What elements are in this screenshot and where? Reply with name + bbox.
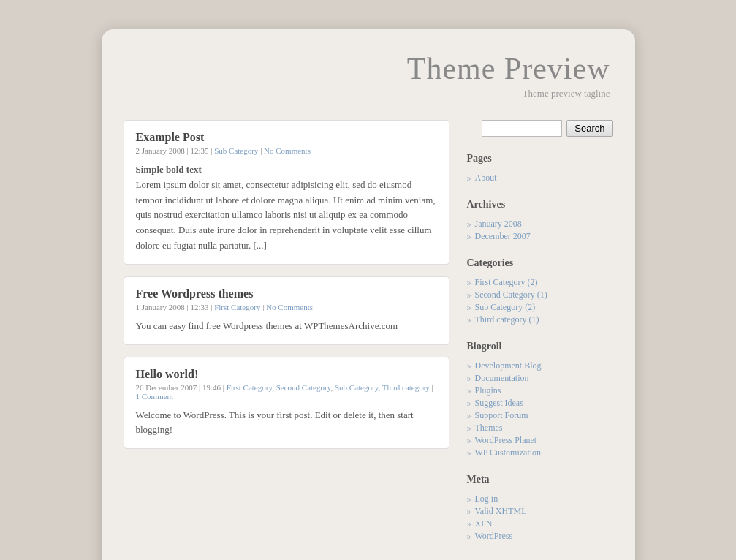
post-meta: 2 January 2008 | 12:35 | Sub Category | … (136, 146, 437, 155)
post-title: Free Wordpress themes (136, 287, 437, 300)
post-comment-link[interactable]: 1 Comment (136, 392, 174, 401)
sidebar-item: January 2008 (467, 218, 613, 230)
post-cat-second[interactable]: Second Category (276, 383, 331, 392)
post-category-link[interactable]: First Category (214, 303, 260, 311)
sidebar-item-link[interactable]: Second Category (1) (475, 290, 547, 300)
sidebar-item-link[interactable]: Sub Category (2) (475, 302, 536, 312)
post-content: Simple bold textLorem ipsum dolor sit am… (136, 162, 437, 254)
sidebar-section-blogroll: BlogrollDevelopment BlogDocumentationPlu… (467, 341, 613, 459)
sidebar-section-categories: CategoriesFirst Category (2)Second Categ… (467, 257, 613, 326)
sidebar-item-link[interactable]: Third category (1) (475, 314, 539, 325)
post-comments-link[interactable]: No Comments (264, 146, 311, 155)
sidebar-section-title: Pages (467, 153, 613, 166)
sidebar-section-title: Meta (467, 474, 613, 487)
sidebar-item-link[interactable]: WordPress (475, 531, 513, 541)
post-comments-link[interactable]: No Comments (266, 303, 313, 311)
site-header: Theme Preview Theme preview tagline (124, 51, 613, 99)
sidebar: Search PagesAboutArchivesJanuary 2008Dec… (467, 120, 613, 557)
sidebar-item: Themes (467, 422, 613, 434)
post-category-link[interactable]: Sub Category (214, 146, 258, 155)
sidebar-item: Third category (1) (467, 314, 613, 326)
sidebar-item: Sub Category (2) (467, 301, 613, 314)
post-cat-first[interactable]: First Category (227, 383, 273, 392)
sidebar-item: Log in (467, 493, 613, 505)
sidebar-item: About (467, 172, 613, 184)
sidebar-section-list: Development BlogDocumentationPluginsSugg… (467, 360, 613, 459)
sidebar-item-link[interactable]: Support Forum (475, 410, 528, 420)
sidebar-item: Second Category (1) (467, 289, 613, 301)
content-wrap: Example Post2 January 2008 | 12:35 | Sub… (124, 120, 613, 557)
sidebar-item: Valid XHTML (467, 505, 613, 518)
sidebar-item-link[interactable]: Development Blog (475, 360, 542, 371)
sidebar-section-title: Blogroll (467, 341, 613, 354)
sidebar-item-link[interactable]: Suggest Ideas (475, 398, 523, 408)
sidebar-item-link[interactable]: December 2007 (475, 231, 531, 241)
sidebar-item-link[interactable]: About (475, 173, 497, 183)
sidebar-item-link[interactable]: WordPress Planet (475, 435, 537, 445)
sidebar-section-list: About (467, 172, 613, 184)
post-item: Free Wordpress themes1 January 2008 | 12… (124, 276, 449, 345)
sidebar-item-link[interactable]: WP Customization (475, 447, 542, 458)
sidebar-item: Documentation (467, 372, 613, 385)
site-title: Theme Preview (124, 51, 610, 86)
sidebar-item: Plugins (467, 385, 613, 397)
post-meta: 26 December 2007 | 19:46 | First Categor… (136, 383, 437, 401)
post-item: Hello world!26 December 2007 | 19:46 | F… (124, 357, 449, 450)
post-meta: 1 January 2008 | 12:33 | First Category … (136, 303, 437, 311)
sidebar-item-link[interactable]: First Category (2) (475, 277, 538, 287)
sidebar-item: WordPress (467, 530, 613, 542)
sidebar-section-meta: MetaLog inValid XHTMLXFNWordPress (467, 474, 613, 542)
sidebar-section-title: Categories (467, 257, 613, 270)
sidebar-item-link[interactable]: January 2008 (475, 219, 522, 229)
search-form: Search (467, 120, 613, 137)
sidebar-item-link[interactable]: XFN (475, 518, 493, 529)
site-tagline: Theme preview tagline (124, 88, 610, 99)
sidebar-item-link[interactable]: Plugins (475, 385, 501, 396)
search-input[interactable] (482, 120, 562, 137)
post-cat-sub[interactable]: Sub Category (335, 383, 378, 392)
main-wrapper: Theme Preview Theme preview tagline Exam… (102, 29, 635, 560)
sidebar-item: WP Customization (467, 447, 613, 459)
sidebar-item-link[interactable]: Log in (475, 493, 498, 504)
sidebar-item: WordPress Planet (467, 434, 613, 447)
sidebar-item: December 2007 (467, 230, 613, 243)
post-content: You can easy find free Wordpress themes … (136, 319, 437, 334)
sidebar-section-archives: ArchivesJanuary 2008December 2007 (467, 199, 613, 243)
sidebar-item: First Category (2) (467, 276, 613, 289)
post-item: Example Post2 January 2008 | 12:35 | Sub… (124, 120, 449, 265)
sidebar-item: XFN (467, 518, 613, 530)
post-title: Hello world! (136, 368, 437, 381)
sidebar-item-link[interactable]: Valid XHTML (475, 506, 527, 516)
post-title: Example Post (136, 131, 437, 144)
sidebar-section-list: First Category (2)Second Category (1)Sub… (467, 276, 613, 326)
main-content: Example Post2 January 2008 | 12:35 | Sub… (124, 120, 449, 557)
sidebar-section-list: January 2008December 2007 (467, 218, 613, 243)
sidebar-item-link[interactable]: Themes (475, 423, 503, 433)
sidebar-item: Suggest Ideas (467, 397, 613, 409)
search-button[interactable]: Search (566, 120, 612, 137)
sidebar-section-title: Archives (467, 199, 613, 212)
post-content: Welcome to WordPress. This is your first… (136, 408, 437, 439)
post-cat-third[interactable]: Third category (382, 383, 430, 392)
sidebar-item: Development Blog (467, 360, 613, 372)
sidebar-item-link[interactable]: Documentation (475, 373, 529, 383)
post-content-bold: Simple bold text (136, 164, 202, 175)
sidebar-section-list: Log inValid XHTMLXFNWordPress (467, 493, 613, 542)
sidebar-section-pages: PagesAbout (467, 153, 613, 184)
sidebar-item: Support Forum (467, 409, 613, 422)
